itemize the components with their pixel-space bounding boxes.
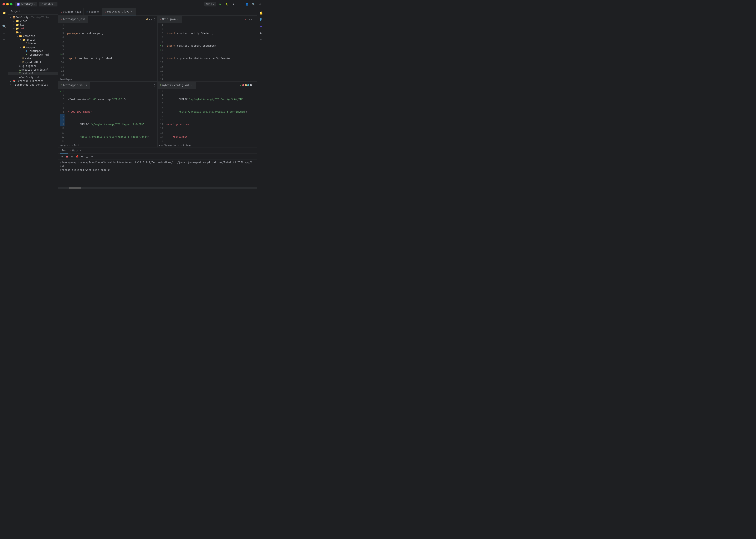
more-icon-lt[interactable]: ⋮	[153, 18, 156, 21]
tree-item-scratches[interactable]: ▸ ✏ Scratches and Consoles	[8, 83, 58, 87]
breadcrumb-lb: mapper › select	[58, 143, 157, 147]
tree-item-webstudy[interactable]: ▾ 📦 WebStudy ~/Desktop/CS/Jav	[8, 15, 58, 19]
tree-item-gitignore[interactable]: ⊗ .gitignore	[8, 64, 58, 68]
tree-label-webstudy-iml: WebStudy.iml	[22, 76, 39, 79]
tree-item-idea[interactable]: ▸ 📁 .idea	[8, 19, 58, 23]
find-tool-button[interactable]: 🔍	[1, 23, 7, 29]
tree-item-mybatis-config[interactable]: X mybatis-config.xml	[8, 68, 58, 72]
more-run-button[interactable]: ⋮	[95, 155, 99, 159]
tree-item-webstudy-iml[interactable]: ◆ WebStudy.iml	[8, 75, 58, 79]
project-selector[interactable]: WS WebStudy ▾	[15, 2, 37, 6]
bottom-tab-run[interactable]: Run	[60, 147, 68, 153]
editors-split-h: ☕ TestMapper.java ▲2 ▲ ▼ ⋮	[58, 16, 257, 147]
tab-testmapper-java-pane[interactable]: ☕ TestMapper.java	[58, 16, 88, 23]
tree-item-mapper-folder[interactable]: ▾ 📂 mapper	[8, 45, 58, 49]
tree-item-external-libs[interactable]: ▸ 📚 External Libraries	[8, 79, 58, 83]
code-rb: PUBLIC "-//mybatis.org//DTD Config 3.0//…	[165, 89, 257, 144]
tree-item-entity[interactable]: ▾ 📂 entity	[8, 38, 58, 42]
java-file-icon: ☕	[61, 11, 62, 13]
tree-path-webstudy: ~/Desktop/CS/Jav	[29, 16, 49, 19]
settings-run-button[interactable]: ⚙	[80, 155, 84, 159]
vcs-tool-button[interactable]: ⌥	[1, 17, 7, 23]
editor-content-rb[interactable]: 3 4 5 6 7 8 9 10 11 12 13	[158, 89, 257, 144]
tree-item-out[interactable]: ▸ 📁 out	[8, 27, 58, 31]
pin-tab-button[interactable]: 📌	[75, 155, 79, 159]
right-more-button[interactable]: ⋯	[258, 37, 264, 42]
horizontal-scrollbar[interactable]	[58, 187, 257, 189]
chevron-up-icon[interactable]: ▲	[149, 18, 150, 20]
tab-main-java-pane[interactable]: ☕ Main.java ×	[158, 16, 182, 23]
debug-button[interactable]: 🐛	[224, 2, 229, 7]
tab-mybatis-config-pane[interactable]: X mybatis-config.xml ×	[158, 82, 196, 89]
editor-content-lt[interactable]: 1 2 3 4 5 6 7 ▶8 9 10 11	[58, 23, 157, 78]
editor-content-lb[interactable]: ✓ 1 2 3 4 5 6 7 8 9 10 11	[58, 89, 157, 144]
tree-item-student[interactable]: C Student	[8, 42, 58, 45]
tree-item-testmapper[interactable]: I TestMapper	[8, 49, 58, 53]
chevron-down-icon-lt[interactable]: ▼	[151, 18, 152, 20]
bottom-tab-main-close[interactable]: ×	[79, 149, 82, 152]
run-output-line-1: /Users/eve/Library/Java/JavaVirtualMachi…	[60, 161, 255, 164]
more-tools-button[interactable]: ⋯	[1, 37, 7, 42]
database-button[interactable]: 🗄	[258, 17, 264, 23]
more-icon-lb[interactable]: ⋮	[153, 84, 156, 87]
error-badge-rt: ▲1	[245, 18, 248, 20]
tab-student-db[interactable]: 🗄 student	[84, 8, 103, 15]
tab-label-lb: TestMapper.xml	[63, 84, 84, 87]
notifications-button[interactable]: 🔔	[258, 10, 264, 16]
tree-item-comtest[interactable]: ▾ 📂 com.test	[8, 34, 58, 38]
tab-close-testmapper[interactable]: ×	[130, 10, 133, 13]
tree-label-webstudy: WebStudy	[17, 16, 29, 19]
bottom-tab-main[interactable]: ☕ Main ×	[69, 147, 84, 153]
tab-label: TestMapper.java	[63, 18, 85, 21]
breadcrumb-label: TestMapper	[60, 78, 74, 81]
scroll-down-button[interactable]: ▼	[90, 155, 94, 159]
tab-testmapper-xml-pane[interactable]: X TestMapper.xml ×	[58, 82, 90, 89]
tree-item-mybatisutil[interactable]: M MybatisUtil	[8, 60, 58, 64]
tree-item-lib[interactable]: ▸ 📁 lib	[8, 23, 58, 27]
tree-item-main[interactable]: M Main	[8, 57, 58, 60]
chevron-up-rt[interactable]: ▲	[248, 18, 250, 20]
rerun-button[interactable]: ↺	[60, 155, 64, 159]
code-lb: <?xml version="1.0" encoding="UTF-8" ?> …	[66, 89, 157, 144]
tab-close-rb[interactable]: ×	[190, 84, 193, 87]
account-button[interactable]: 👤	[244, 2, 249, 7]
tab-close-rt[interactable]: ×	[176, 18, 179, 21]
more-rt[interactable]: ⋮	[253, 18, 255, 21]
coverage-button[interactable]: ◉	[231, 2, 236, 7]
project-tool-button[interactable]: 📁	[1, 10, 7, 16]
tab-label-student-java: Student.java	[63, 10, 81, 13]
tab-more-button[interactable]: ⋯	[252, 10, 257, 13]
editor-tab-bar-actions: ▲2 ▲ ▼ ⋮	[144, 18, 157, 21]
stop-button[interactable]: ■	[65, 155, 69, 159]
plugins-button[interactable]: ◈	[258, 23, 264, 29]
search-button[interactable]: 🔍	[251, 2, 256, 7]
tree-item-src[interactable]: ▾ 📂 src	[8, 31, 58, 34]
run-dashboard-button[interactable]: ▶	[258, 30, 264, 36]
tree-label-out: out	[20, 27, 24, 30]
left-editor-column: ☕ TestMapper.java ▲2 ▲ ▼ ⋮	[58, 16, 158, 147]
structure-tool-button[interactable]: ☰	[1, 30, 7, 36]
branch-selector[interactable]: ⎇ master ▾	[39, 2, 57, 6]
editor-testmapper-java: ☕ TestMapper.java ▲2 ▲ ▼ ⋮	[58, 16, 157, 82]
restore-layout-button[interactable]: ⊞	[70, 155, 74, 159]
tab-label-rt: Main.java	[162, 18, 176, 21]
tab-close-lb[interactable]: ×	[85, 84, 88, 87]
more-actions-button[interactable]: ⋯	[238, 2, 243, 7]
settings-button[interactable]: ⚙	[258, 2, 263, 7]
tree-item-text-xml[interactable]: X text.xml	[8, 72, 58, 75]
sidebar-dropdown-icon: ▾	[21, 10, 23, 13]
tab-student-java[interactable]: ☕ Student.java	[58, 8, 84, 15]
chevron-down-rt[interactable]: ▼	[250, 18, 252, 20]
maximize-button[interactable]	[10, 3, 13, 5]
tab-testmapper-java[interactable]: ☕ TestMapper.java ×	[102, 8, 136, 15]
scroll-up-button[interactable]: ▲	[85, 155, 89, 159]
run-config-selector[interactable]: Main ▾	[204, 2, 216, 6]
more-rb[interactable]: ⋮	[253, 84, 255, 87]
run-button[interactable]: ▶	[218, 2, 223, 7]
breadcrumb-settings: settings	[180, 144, 191, 147]
minimize-button[interactable]	[6, 3, 9, 5]
tree-item-testmapper-xml[interactable]: X TestMapper.xml	[8, 53, 58, 57]
editor-content-rt[interactable]: 1 2 3 4 5 ▶6 ▶7 8 9 10 11	[158, 23, 257, 81]
close-button[interactable]	[3, 3, 5, 5]
tab-label-rb: mybatis-config.xml	[162, 84, 189, 87]
